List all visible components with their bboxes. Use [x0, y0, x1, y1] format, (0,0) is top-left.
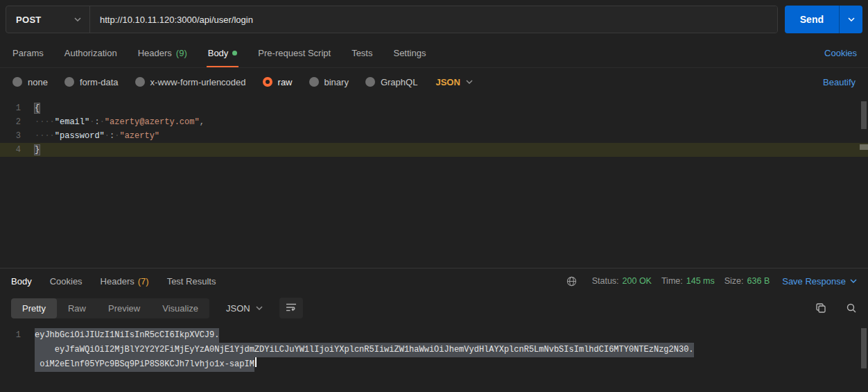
size-pair: Size: 636 B [724, 276, 770, 286]
request-language-label: JSON [435, 77, 460, 87]
send-label: Send [800, 14, 824, 25]
status-pair: Status: 200 OK [592, 276, 652, 286]
selected-text: eyJfaWQiOiI2MjBlY2Y2Y2FiMjEyYzA0NjE1Yjdm… [35, 343, 694, 357]
response-toolbar: PrettyRawPreviewVisualize JSON [0, 293, 868, 323]
request-tab-tests[interactable]: Tests [350, 39, 374, 67]
url-group: POST [6, 6, 778, 33]
chevron-down-icon [256, 306, 263, 310]
body-mode-x-www-form-urlencoded[interactable]: x-www-form-urlencoded [135, 77, 246, 87]
mode-label: form-data [80, 77, 119, 87]
network-globe-icon[interactable] [566, 276, 577, 287]
selected-text: oiM2eElnf05YPc9BSq9PiP8S8KCJh7lvhjo1x-sa… [35, 357, 254, 372]
status-label: Status: [592, 276, 619, 286]
response-tab-test-results[interactable]: Test Results [167, 269, 216, 293]
view-tab-preview[interactable]: Preview [97, 298, 151, 318]
response-language-select[interactable]: JSON [218, 298, 271, 318]
line-number: 1 [0, 101, 35, 115]
request-tab-pre-request-script[interactable]: Pre-request Script [257, 39, 332, 67]
radio-icon [263, 77, 272, 87]
scrollbar-thumb[interactable] [861, 328, 867, 368]
body-modes: noneform-datax-www-form-urlencodedrawbin… [12, 77, 417, 87]
method-select[interactable]: POST [6, 6, 89, 33]
save-response-label: Save Response [782, 276, 846, 287]
line-number: 4 [0, 143, 35, 157]
postman-app: { "colors": { "accent_orange": "#ff6c37"… [0, 0, 868, 392]
response-line: eyJfaWQiOiI2MjBlY2Y2Y2FiMjEyYzA0NjE1Yjdm… [0, 343, 868, 357]
request-tabs: ParamsAuthorizationHeaders(9)BodyPre-req… [11, 39, 445, 67]
method-label: POST [16, 15, 42, 25]
body-modes-row: noneform-datax-www-form-urlencodedrawbin… [0, 68, 868, 96]
view-tab-pretty[interactable]: Pretty [11, 298, 57, 318]
line-number [0, 343, 35, 357]
tab-label: Tests [351, 48, 372, 58]
tab-label: Cookies [50, 276, 83, 287]
response-tab-headers[interactable]: Headers(7) [101, 269, 149, 293]
view-tab-raw[interactable]: Raw [57, 298, 97, 318]
send-button-group: Send [785, 6, 862, 33]
response-line: oiM2eElnf05YPc9BSq9PiP8S8KCJh7lvhjo1x-sa… [0, 357, 868, 372]
request-tab-authorization[interactable]: Authorization [63, 39, 119, 67]
code-text: ····"email"·:·"azerty@azerty.com", [35, 115, 205, 129]
request-tab-headers[interactable]: Headers(9) [137, 39, 189, 67]
response-tab-cookies[interactable]: Cookies [50, 269, 83, 293]
view-tab-visualize[interactable]: Visualize [151, 298, 209, 318]
chevron-down-icon [850, 279, 857, 283]
response-scrollbar[interactable] [860, 323, 868, 392]
url-input[interactable] [90, 6, 777, 33]
body-mode-raw[interactable]: raw [263, 77, 293, 87]
copy-button[interactable] [815, 302, 826, 314]
cookies-link[interactable]: Cookies [824, 48, 857, 58]
token: "azerty@azerty.com" [105, 117, 200, 127]
token: "azerty" [119, 131, 159, 141]
status-badge: 200 OK [623, 276, 652, 286]
chevron-down-icon [466, 80, 473, 84]
line-number [0, 357, 35, 372]
mode-label: x-www-form-urlencoded [150, 77, 246, 87]
token: { [35, 103, 40, 113]
body-mode-graphql[interactable]: GraphQL [365, 77, 417, 87]
beautify-link[interactable]: Beautify [823, 77, 856, 87]
request-body-editor[interactable]: 1{2····"email"·:·"azerty@azerty.com",3··… [0, 96, 868, 268]
mode-label: raw [278, 77, 293, 87]
token: : [94, 117, 99, 127]
save-response-button[interactable]: Save Response [782, 276, 857, 287]
send-options-button[interactable] [839, 6, 862, 33]
scrollbar-thumb[interactable] [861, 101, 867, 129]
request-language-select[interactable]: JSON [435, 77, 472, 87]
line-number: 2 [0, 115, 35, 129]
editor-line: 3····"password"·:·"azerty" [0, 129, 868, 143]
token: , [200, 117, 205, 127]
time-pair: Time: 145 ms [661, 276, 715, 286]
response-body-viewer[interactable]: 1eyJhbGciOiJIUzI1NiIsInR5cCI6IkpXVCJ9. e… [0, 323, 868, 392]
mode-label: binary [324, 77, 349, 87]
editor-scrollbar[interactable] [860, 96, 868, 268]
body-mode-form-data[interactable]: form-data [64, 77, 119, 87]
unsaved-changes-dot [232, 51, 237, 56]
radio-icon [135, 77, 145, 87]
editor-line: 2····"email"·:·"azerty@azerty.com", [0, 115, 868, 129]
editor-line: 4} [0, 143, 868, 157]
request-tabs-row: ParamsAuthorizationHeaders(9)BodyPre-req… [0, 39, 868, 68]
response-actions [815, 302, 857, 314]
token: "email" [55, 117, 89, 127]
chevron-down-icon [74, 17, 81, 22]
code-text: { [35, 101, 40, 115]
request-tab-settings[interactable]: Settings [392, 39, 427, 67]
body-mode-binary[interactable]: binary [309, 77, 349, 87]
response-meta: Status: 200 OK Time: 145 ms Size: 636 B … [566, 276, 857, 287]
editor-line: 1{ [0, 101, 868, 115]
response-view-tabs: PrettyRawPreviewVisualize [11, 298, 209, 318]
mode-label: GraphQL [381, 77, 417, 87]
search-button[interactable] [846, 302, 857, 314]
wrap-text-button[interactable] [279, 298, 303, 318]
request-tab-body[interactable]: Body [207, 39, 239, 67]
response-language-label: JSON [226, 303, 250, 314]
body-mode-none[interactable]: none [12, 77, 48, 87]
code-text: } [35, 143, 40, 157]
tab-label: Test Results [167, 276, 216, 287]
time-label: Time: [661, 276, 683, 286]
radio-icon [64, 77, 74, 87]
send-button[interactable]: Send [785, 6, 839, 33]
request-tab-params[interactable]: Params [11, 39, 45, 67]
response-tab-body[interactable]: Body [11, 269, 32, 293]
